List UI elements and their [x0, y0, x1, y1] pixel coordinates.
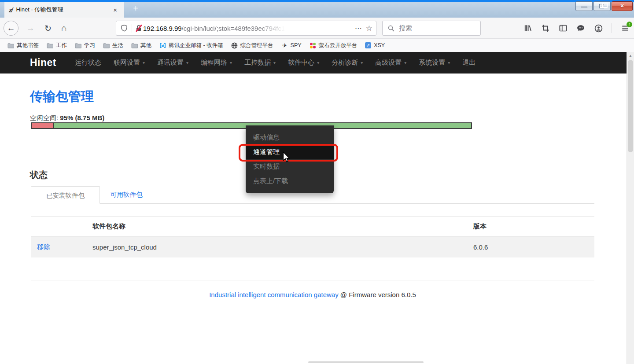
reload-button[interactable]: ↻: [41, 21, 55, 36]
toolbar-separator: [612, 23, 612, 33]
page-actions-icon[interactable]: ⋯: [355, 24, 362, 33]
scroll-up-icon[interactable]: ▲: [627, 54, 634, 58]
restore-button[interactable]: [593, 1, 611, 11]
browser-window: z̸ Hinet - 传输包管理 × + × ← → ↻ ⌂ 192.168.9: [0, 0, 634, 364]
table-header-row: 软件包名称 版本: [31, 216, 594, 236]
version-cell: 6.0.6: [473, 243, 594, 251]
bookmark-tencent-mail[interactable]: 腾讯企业邮箱 - 收件箱: [156, 40, 226, 51]
url-bar[interactable]: 192.168.9.99 /cgi-bin/luci/;stok=489fe39…: [116, 21, 376, 36]
plane-icon: ✈: [280, 42, 288, 49]
sidebar-icon[interactable]: [559, 24, 568, 33]
bookmark-label: 工作: [56, 42, 67, 49]
bookmark-label: 其他: [140, 42, 151, 49]
packages-table: 软件包名称 版本 移除 super_json_tcp_cloud 6.0.6: [31, 216, 594, 257]
page-title: 传输包管理: [30, 88, 94, 106]
home-button[interactable]: ⌂: [56, 21, 71, 36]
minimize-button[interactable]: [575, 1, 593, 11]
page-viewport: Hinet 运行状态 联网设置▾ 通讯设置▾ 编程网络▾ 工控数据▾ 软件中心▾…: [0, 52, 634, 364]
free-space-value: 95% (8.75 MB): [60, 114, 104, 121]
browser-toolbar: ← → ↻ ⌂ 192.168.9.99 /cgi-bin/luci/;stok…: [0, 18, 634, 39]
horizontal-scrollbar-thumb[interactable]: [308, 361, 424, 363]
progress-used-segment: [32, 123, 54, 128]
bookmark-label: 生活: [112, 42, 123, 49]
bookmarks-bar: 其他书签 工作 学习 生活 其他 腾讯企业邮箱 - 收件箱 综合管理平台 ✈ S: [0, 39, 634, 52]
folder-icon: [103, 42, 110, 48]
library-icon[interactable]: [523, 24, 532, 33]
tencent-mail-icon: [159, 42, 166, 48]
page-footer: Industrial intelligent communication gat…: [31, 291, 594, 298]
close-icon: ×: [612, 2, 632, 9]
bookmark-xsy[interactable]: ➚ XSY: [362, 41, 388, 50]
url-path: /cgi-bin/luci/;stok=489fe39ec794fc1c: [182, 25, 288, 32]
new-tab-button[interactable]: +: [129, 4, 142, 14]
folder-icon: [131, 42, 138, 48]
bookmark-ezviz-platform[interactable]: 萤石云开放平台: [306, 40, 361, 51]
restore-icon: [600, 4, 604, 8]
tab-installed-packages[interactable]: 已安装软件包: [31, 186, 100, 204]
dropdown-item-driver-info[interactable]: 驱动信息: [246, 130, 334, 144]
table-row: 移除 super_json_tcp_cloud 6.0.6: [31, 236, 594, 257]
bookmark-folder-life[interactable]: 生活: [100, 40, 126, 51]
screenshot-icon[interactable]: [541, 24, 550, 33]
remove-link[interactable]: 移除: [37, 243, 50, 250]
status-heading: 状态: [30, 169, 48, 181]
row-action-cell: 移除: [31, 243, 92, 251]
back-button[interactable]: ←: [4, 21, 18, 36]
mouse-cursor: [283, 151, 291, 163]
browser-tab[interactable]: z̸ Hinet - 传输包管理 ×: [4, 2, 124, 18]
tab-favicon-icon: z̸: [9, 6, 12, 14]
free-space-label: 空闲空间:: [30, 114, 60, 121]
footer-divider: [31, 280, 594, 280]
minimize-icon: [581, 7, 587, 8]
bookmark-label: 萤石云开放平台: [319, 42, 358, 49]
update-badge: ↑: [627, 22, 632, 27]
account-icon[interactable]: [594, 24, 603, 33]
menu-hamburger-icon[interactable]: ↑: [621, 24, 630, 33]
bookmark-label: 腾讯企业邮箱 - 收件箱: [169, 42, 223, 49]
bookmark-folder-other-bookmarks[interactable]: 其他书签: [4, 40, 42, 51]
tab-available-packages[interactable]: 可用软件包: [100, 186, 153, 203]
close-button[interactable]: ×: [612, 1, 633, 11]
bookmark-folder-work[interactable]: 工作: [44, 40, 70, 51]
bookmark-label: XSY: [374, 42, 385, 48]
header-package-name: 软件包名称: [92, 222, 473, 231]
titlebar: z̸ Hinet - 传输包管理 × + ×: [0, 0, 634, 18]
bookmark-label: 学习: [84, 42, 95, 49]
chat-bubble-icon[interactable]: [576, 24, 585, 33]
url-host: 192.168.9.99: [143, 25, 182, 32]
folder-icon: [75, 42, 81, 48]
bookmark-label: 综合管理平台: [240, 42, 273, 49]
header-version: 版本: [473, 222, 594, 231]
folder-icon: [7, 42, 14, 48]
search-placeholder: 搜索: [399, 24, 412, 33]
globe-icon: [231, 42, 238, 48]
bookmark-spy[interactable]: ✈ SPY: [278, 41, 305, 50]
blue-square-arrow-icon: ➚: [365, 42, 371, 48]
url-text[interactable]: 192.168.9.99 /cgi-bin/luci/;stok=489fe39…: [143, 25, 351, 32]
color-dots-icon: [310, 42, 316, 48]
page-content: 传输包管理 空闲空间: 95% (8.75 MB) 状态 已安装软件包 可用软件…: [0, 52, 627, 364]
folder-icon: [47, 42, 53, 48]
package-name-cell: super_json_tcp_cloud: [92, 243, 473, 251]
vertical-scrollbar[interactable]: ▲: [627, 52, 634, 364]
bookmark-folder-misc[interactable]: 其他: [128, 40, 155, 51]
free-space-line: 空闲空间: 95% (8.75 MB): [30, 114, 104, 122]
scrollbar-thumb[interactable]: [628, 60, 633, 152]
shield-icon[interactable]: [120, 24, 129, 33]
bookmark-folder-study[interactable]: 学习: [72, 40, 98, 51]
dropdown-item-point-table[interactable]: 点表上/下载: [246, 173, 334, 188]
bookmark-star-icon[interactable]: ☆: [366, 24, 372, 33]
search-icon: [387, 24, 395, 33]
tab-close-icon[interactable]: ×: [111, 5, 119, 15]
forward-button[interactable]: →: [23, 21, 38, 36]
footer-gateway-link[interactable]: Industrial intelligent communication gat…: [209, 291, 339, 298]
tab-title: Hinet - 传输包管理: [16, 6, 111, 14]
bookmark-label: 其他书签: [17, 42, 39, 49]
footer-firmware-text: @ Firmware version 6.0.5: [339, 291, 416, 298]
bookmark-mgmt-platform[interactable]: 综合管理平台: [228, 40, 276, 51]
search-bar[interactable]: 搜索: [382, 21, 481, 36]
urlbar-separator: [132, 24, 132, 33]
bookmark-label: SPY: [291, 42, 302, 48]
insecure-lock-icon[interactable]: [135, 25, 142, 32]
